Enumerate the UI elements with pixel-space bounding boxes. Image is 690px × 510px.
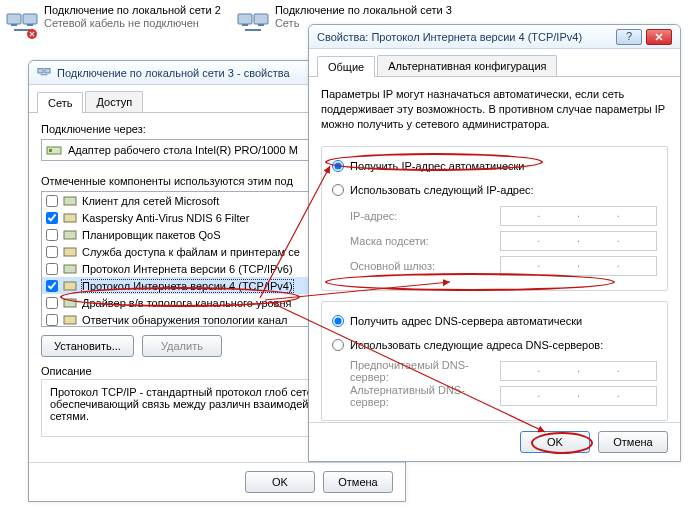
annotation-arrows (0, 0, 690, 510)
